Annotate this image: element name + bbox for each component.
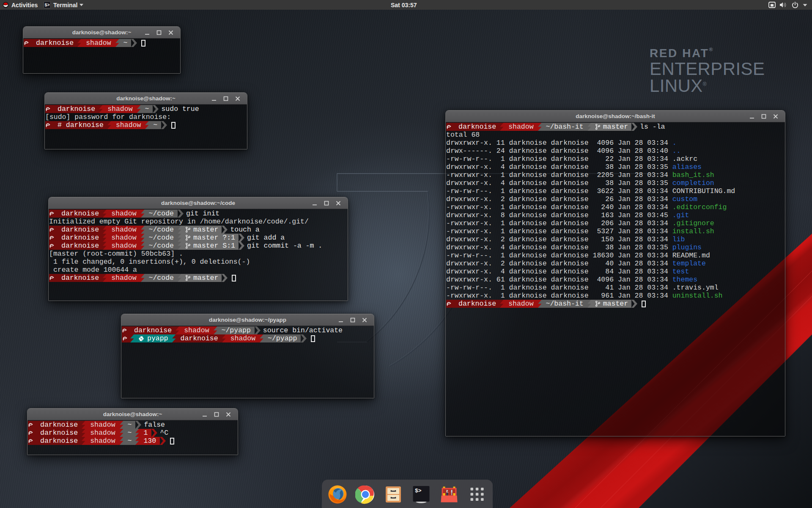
svg-text:$>: $> — [415, 488, 422, 494]
svg-text:$>: $> — [45, 3, 50, 8]
